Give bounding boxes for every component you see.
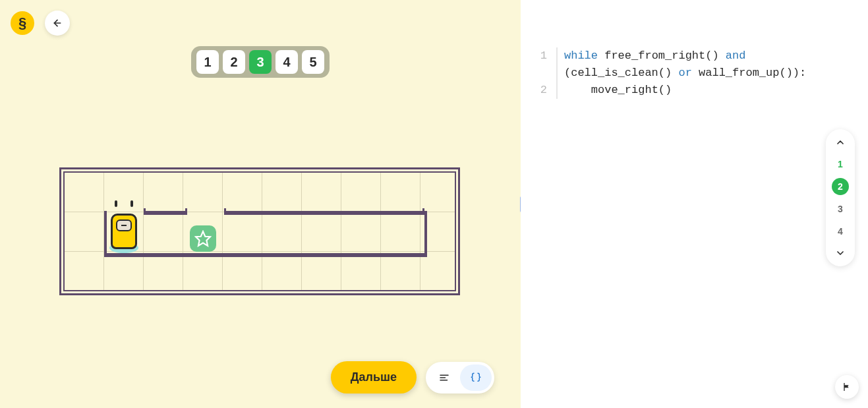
view-text-button[interactable] bbox=[428, 364, 460, 391]
step-item-4[interactable]: 4 bbox=[832, 223, 849, 240]
chevron-up-icon bbox=[835, 137, 846, 148]
level-tab-5[interactable]: 5 bbox=[302, 50, 324, 74]
top-bar: § bbox=[11, 11, 70, 36]
chevron-down-icon bbox=[835, 248, 846, 258]
game-panel: § 12345 bbox=[0, 0, 521, 408]
wall bbox=[104, 211, 107, 257]
wall bbox=[144, 208, 146, 215]
report-button[interactable] bbox=[835, 375, 859, 399]
step-item-2[interactable]: 2 bbox=[832, 178, 849, 195]
wall bbox=[144, 211, 187, 215]
level-tab-1[interactable]: 1 bbox=[196, 50, 219, 74]
level-tabs: 12345 bbox=[191, 46, 330, 78]
code-token: free_from_right() bbox=[598, 49, 726, 62]
next-button-label: Дальше bbox=[351, 370, 397, 384]
step-up-button[interactable] bbox=[832, 136, 848, 149]
code-token: while bbox=[564, 49, 598, 62]
wall bbox=[422, 208, 424, 215]
step-nav: 1234 bbox=[826, 129, 855, 266]
line-number: 2 bbox=[534, 82, 556, 99]
wall bbox=[104, 253, 427, 257]
flag-icon bbox=[842, 382, 852, 392]
wall bbox=[424, 211, 427, 257]
braces-icon bbox=[470, 372, 482, 384]
level-tab-4[interactable]: 4 bbox=[275, 50, 298, 74]
robot bbox=[108, 206, 140, 249]
wall bbox=[224, 208, 226, 215]
code-row: 2 move_right() bbox=[534, 82, 855, 99]
code-token: and bbox=[726, 49, 746, 62]
star-icon bbox=[194, 230, 212, 247]
level-tab-3[interactable]: 3 bbox=[249, 50, 272, 74]
code-line[interactable]: while free_from_right() and (cell_is_cle… bbox=[556, 47, 855, 82]
level-tab-2[interactable]: 2 bbox=[223, 50, 245, 74]
game-world bbox=[59, 167, 460, 295]
wall bbox=[224, 211, 424, 215]
arrow-left-icon bbox=[52, 18, 63, 28]
logo-glyph: § bbox=[18, 15, 26, 32]
code-token: wall_from_up()): bbox=[692, 67, 806, 79]
wall bbox=[185, 208, 187, 215]
svg-marker-1 bbox=[196, 231, 210, 246]
line-number: 1 bbox=[534, 47, 556, 82]
step-item-3[interactable]: 3 bbox=[832, 200, 849, 218]
code-panel: 1while free_from_right() and (cell_is_cl… bbox=[521, 0, 868, 408]
goal-star bbox=[190, 225, 216, 252]
step-down-button[interactable] bbox=[832, 247, 848, 260]
back-button[interactable] bbox=[45, 11, 70, 36]
text-lines-icon bbox=[438, 372, 450, 384]
code-line[interactable]: move_right() bbox=[556, 82, 855, 99]
view-toggle bbox=[426, 362, 494, 393]
next-button[interactable]: Дальше bbox=[331, 361, 417, 393]
code-row: 1while free_from_right() and (cell_is_cl… bbox=[534, 47, 855, 82]
step-item-1[interactable]: 1 bbox=[832, 156, 849, 173]
app-logo[interactable]: § bbox=[11, 11, 34, 35]
code-editor[interactable]: 1while free_from_right() and (cell_is_cl… bbox=[534, 47, 855, 395]
code-token: move_right() bbox=[564, 84, 672, 96]
world-grid bbox=[63, 171, 456, 291]
view-code-button[interactable] bbox=[460, 364, 492, 391]
code-token: or bbox=[678, 67, 691, 79]
